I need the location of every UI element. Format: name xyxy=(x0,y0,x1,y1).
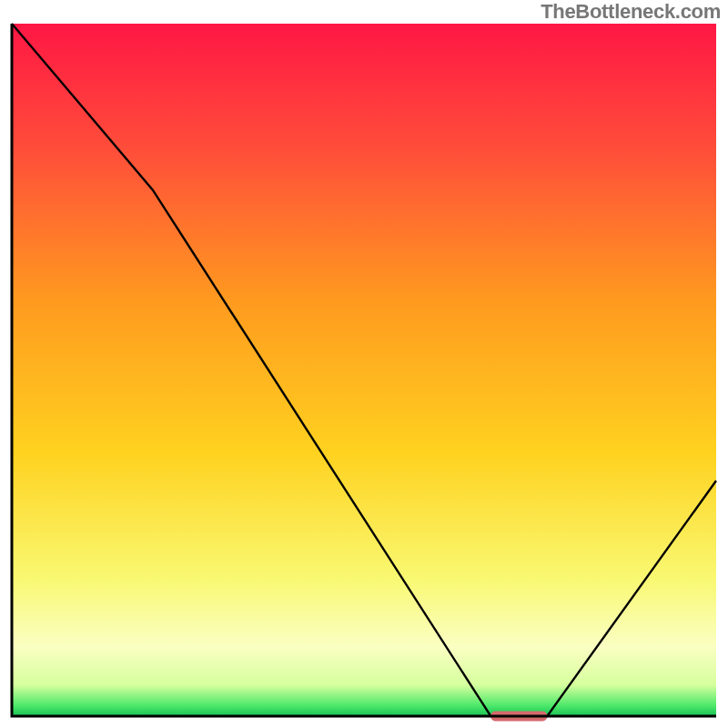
watermark: TheBottleneck.com xyxy=(541,0,721,24)
chart-svg xyxy=(0,0,728,728)
gradient-background xyxy=(12,24,716,716)
chart-container: TheBottleneck.com xyxy=(0,0,728,728)
